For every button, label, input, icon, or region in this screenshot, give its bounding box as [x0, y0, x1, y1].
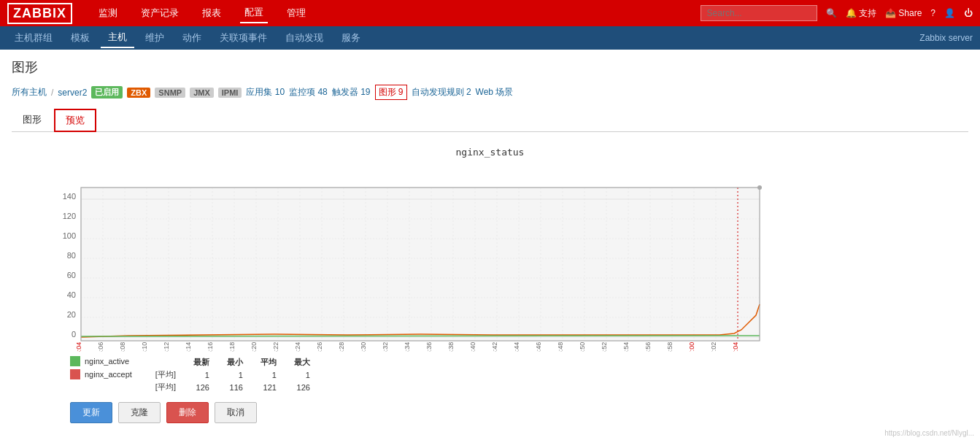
svg-text:16:04: 16:04: [75, 342, 82, 352]
svg-text:17:02: 17:02: [710, 342, 717, 352]
top-navigation: ZABBIX 监测 资产记录 报表 配置 管理 🔍 🔔 支持 📤 Share ?…: [0, 0, 980, 26]
svg-text:16:08: 16:08: [119, 342, 126, 352]
legend-label-accept: nginx_accept: [85, 370, 132, 379]
zbx-badge: ZBX: [127, 88, 150, 98]
nav-discovery[interactable]: 自动发现: [278, 28, 331, 47]
graph-link-active[interactable]: 图形 9: [375, 85, 407, 100]
nav-assets[interactable]: 资产记录: [136, 4, 183, 23]
svg-text:16:30: 16:30: [360, 342, 367, 352]
header-min: 最小: [218, 356, 252, 368]
ipmi-badge: IPMI: [218, 88, 242, 98]
help-icon[interactable]: ?: [930, 8, 935, 18]
nav-correlation[interactable]: 关联项事件: [212, 28, 274, 47]
svg-text:16:20: 16:20: [250, 342, 258, 352]
svg-text:16:10: 16:10: [141, 342, 148, 352]
page-content: 图形 所有主机 / server2 已启用 ZBX SNMP JMX IPMI …: [0, 50, 980, 439]
svg-text:120: 120: [63, 212, 76, 220]
svg-text:40: 40: [67, 290, 76, 299]
auto-discover-link[interactable]: 自动发现规则 2: [412, 86, 471, 99]
svg-text:16:22: 16:22: [272, 342, 279, 352]
svg-point-82: [757, 185, 762, 190]
page-title: 图形: [12, 58, 968, 76]
update-button[interactable]: 更新: [70, 402, 112, 423]
legend-label-active: nginx_active: [85, 357, 129, 366]
legend-stats: 最新 最小 平均 最大 [平均] 1 1 1 1: [147, 356, 319, 393]
snmp-badge: SNMP: [155, 88, 185, 98]
user-icon[interactable]: 👤: [944, 8, 955, 18]
svg-text:16:28: 16:28: [338, 342, 345, 352]
header-avg: 平均: [252, 356, 285, 368]
server-link[interactable]: server2: [58, 88, 87, 98]
chart-title: nginx_status: [26, 147, 954, 158]
nav-monitor[interactable]: 监测: [94, 4, 122, 23]
breadcrumb-sep: /: [51, 88, 53, 98]
svg-text:80: 80: [67, 251, 76, 260]
svg-text:16:06: 16:06: [97, 342, 104, 352]
jmx-badge: JMX: [190, 88, 214, 98]
all-hosts-link[interactable]: 所有主机: [12, 86, 47, 99]
svg-text:20: 20: [67, 310, 76, 319]
legend-row-accept: [平均] 126 116 121 126: [147, 381, 319, 393]
svg-text:0: 0: [72, 330, 76, 339]
svg-text:140: 140: [63, 192, 76, 201]
nav-templates[interactable]: 模板: [63, 28, 97, 47]
nav-hosts[interactable]: 主机: [101, 28, 134, 48]
web-scene-link[interactable]: Web 场景: [476, 86, 514, 99]
legend-color-accept: [70, 369, 80, 379]
enabled-badge: 已启用: [91, 86, 123, 99]
svg-text:17:00: 17:00: [688, 342, 695, 352]
cancel-button[interactable]: 取消: [215, 402, 257, 423]
svg-text:17:04: 17:04: [732, 342, 739, 352]
svg-text:16:26: 16:26: [316, 342, 323, 352]
search-input[interactable]: [701, 5, 817, 21]
nav-actions[interactable]: 动作: [175, 28, 209, 47]
chart-wrap: 0 20 40 60 80 100 120 140: [55, 162, 954, 352]
svg-text:100: 100: [63, 231, 76, 240]
chart-svg: 0 20 40 60 80 100 120 140: [55, 162, 771, 352]
svg-text:16:46: 16:46: [535, 342, 542, 352]
svg-text:16:12: 16:12: [163, 342, 170, 352]
svg-text:16:50: 16:50: [579, 342, 586, 352]
svg-text:16:40: 16:40: [469, 342, 477, 352]
breadcrumb: 所有主机 / server2 已启用 ZBX SNMP JMX IPMI 应用集…: [12, 85, 968, 100]
tab-graph[interactable]: 图形: [12, 109, 53, 131]
support-link[interactable]: 🔔 支持: [846, 7, 876, 20]
svg-text:16:36: 16:36: [425, 342, 433, 352]
svg-text:16:48: 16:48: [557, 342, 564, 352]
second-navigation: 主机群组 模板 主机 维护 动作 关联项事件 自动发现 服务 Zabbix se…: [0, 26, 980, 50]
svg-text:16:56: 16:56: [644, 342, 652, 352]
logo[interactable]: ZABBIX: [7, 3, 72, 24]
power-icon[interactable]: ⏻: [964, 8, 973, 18]
nav-reports[interactable]: 报表: [198, 4, 225, 23]
header-latest: 最新: [185, 356, 218, 368]
monitor-link[interactable]: 监控项 48: [289, 86, 328, 99]
nav-services[interactable]: 服务: [334, 28, 368, 47]
delete-button[interactable]: 删除: [166, 402, 209, 423]
top-nav-right: 🔍 🔔 支持 📤 Share ? 👤 ⏻: [701, 5, 973, 21]
svg-text:16:58: 16:58: [666, 342, 674, 352]
svg-text:16:32: 16:32: [382, 342, 389, 352]
svg-text:16:24: 16:24: [294, 342, 301, 352]
tab-preview[interactable]: 预览: [54, 109, 96, 132]
legend-color-active: [70, 356, 80, 366]
svg-text:60: 60: [67, 271, 76, 279]
search-icon[interactable]: 🔍: [826, 8, 837, 18]
svg-text:16:16: 16:16: [207, 342, 214, 352]
svg-text:16:52: 16:52: [601, 342, 608, 352]
watermark: https://blog.csdn.net/Nlygl...: [884, 429, 974, 437]
svg-text:16:38: 16:38: [447, 342, 455, 352]
server-name: Zabbix server: [919, 33, 973, 43]
nav-host-groups[interactable]: 主机群组: [7, 28, 60, 47]
legend-row-active: [平均] 1 1 1 1: [147, 368, 319, 381]
legend-names: nginx_active nginx_accept: [70, 356, 132, 379]
svg-text:16:42: 16:42: [491, 342, 498, 352]
trigger-link[interactable]: 触发器 19: [332, 86, 371, 99]
svg-text:16:54: 16:54: [622, 342, 630, 352]
nav-admin[interactable]: 管理: [282, 4, 310, 23]
app-set-link[interactable]: 应用集 10: [246, 86, 285, 99]
share-link[interactable]: 📤 Share: [885, 8, 922, 18]
clone-button[interactable]: 克隆: [118, 402, 161, 423]
svg-rect-8: [81, 188, 760, 341]
nav-config[interactable]: 配置: [240, 3, 268, 23]
nav-maintenance[interactable]: 维护: [138, 28, 171, 47]
